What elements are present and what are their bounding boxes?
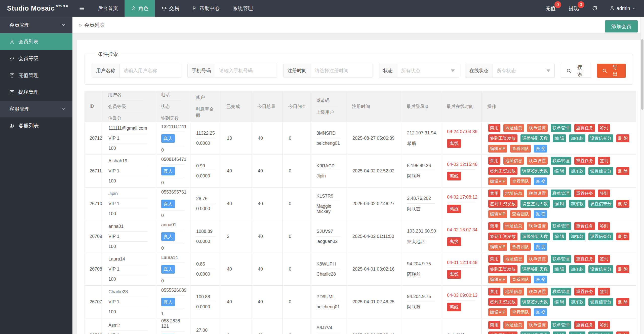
action-order-settings-button[interactable]: 联单设置 <box>527 288 548 295</box>
action-add-deduct-button[interactable]: 加扣款 <box>569 167 585 175</box>
action-order-manage-button[interactable]: 联单管理 <box>551 321 571 329</box>
sidebar-group-member-manage[interactable]: 会员管理 <box>0 17 72 33</box>
action-view-team-button[interactable]: 查看团队 <box>510 177 531 185</box>
action-sign-salary-button[interactable]: 签到工资发放 <box>488 233 517 240</box>
sidebar-toggle-button[interactable] <box>72 0 91 17</box>
action-order-settings-button[interactable]: 联单设置 <box>527 255 548 263</box>
action-edit-button[interactable]: 编 辑 <box>553 200 566 208</box>
action-account-change-button[interactable]: 账 变 <box>534 177 547 185</box>
action-address-info-button[interactable]: 地址信息 <box>503 157 524 165</box>
action-reset-task-button[interactable]: 重置任务 <box>574 255 595 263</box>
action-reset-task-button[interactable]: 重置任务 <box>574 222 595 230</box>
action-disable-button[interactable]: 禁用 <box>488 190 500 197</box>
phone-input[interactable] <box>215 64 277 78</box>
action-address-info-button[interactable]: 地址信息 <box>503 321 524 329</box>
action-adjust-sign-days-button[interactable]: 调整签到天数 <box>520 298 550 306</box>
action-order-settings-button[interactable]: 联单设置 <box>527 157 548 165</box>
action-set-credit-button[interactable]: 设置信誉分 <box>588 167 613 175</box>
action-edit-button[interactable]: 编 辑 <box>553 298 566 306</box>
action-sign-in-button[interactable]: 签到 <box>598 124 610 132</box>
action-order-manage-button[interactable]: 联单管理 <box>551 288 571 295</box>
withdraw-nav-item[interactable]: 提现 0 <box>562 0 585 17</box>
action-disable-button[interactable]: 禁用 <box>488 321 500 329</box>
action-sign-salary-button[interactable]: 签到工资发放 <box>488 265 517 273</box>
action-delete-button[interactable]: 删 除 <box>616 298 630 306</box>
nav-item-trade[interactable]: 交易 <box>155 0 186 17</box>
action-sign-salary-button[interactable]: 签到工资发放 <box>488 331 517 334</box>
action-delete-button[interactable]: 删 除 <box>616 134 630 142</box>
action-disable-button[interactable]: 禁用 <box>488 255 500 263</box>
username-input[interactable] <box>119 64 181 78</box>
action-set-credit-button[interactable]: 设置信誉分 <box>588 331 613 334</box>
action-set-credit-button[interactable]: 设置信誉分 <box>588 298 613 306</box>
action-set-credit-button[interactable]: 设置信誉分 <box>588 134 613 142</box>
nav-item-system-manage[interactable]: 系统管理 <box>226 0 259 17</box>
action-sign-in-button[interactable]: 签到 <box>598 157 610 165</box>
action-delete-button[interactable]: 删 除 <box>616 233 630 240</box>
action-order-manage-button[interactable]: 联单管理 <box>551 255 571 263</box>
action-set-credit-button[interactable]: 设置信誉分 <box>588 265 613 273</box>
status-select[interactable]: 所有状态 <box>397 64 459 78</box>
action-address-info-button[interactable]: 地址信息 <box>503 124 524 132</box>
sidebar-group-service-manage[interactable]: 客服管理 <box>0 101 72 117</box>
action-sign-in-button[interactable]: 签到 <box>598 190 610 197</box>
online-status-select[interactable]: 所有状态 <box>493 64 554 78</box>
action-disable-button[interactable]: 禁用 <box>488 124 500 132</box>
action-address-info-button[interactable]: 地址信息 <box>503 255 524 263</box>
real-person-badge[interactable]: 真人 <box>161 134 175 143</box>
action-adjust-sign-days-button[interactable]: 调整签到天数 <box>520 134 550 142</box>
action-view-team-button[interactable]: 查看团队 <box>510 276 531 283</box>
action-adjust-sign-days-button[interactable]: 调整签到天数 <box>520 265 550 273</box>
action-account-change-button[interactable]: 账 变 <box>534 243 547 251</box>
action-delete-button[interactable]: 删 除 <box>616 265 630 273</box>
action-order-settings-button[interactable]: 联单设置 <box>527 321 548 329</box>
action-view-team-button[interactable]: 查看团队 <box>510 243 531 251</box>
action-sign-in-button[interactable]: 签到 <box>598 255 610 263</box>
action-reset-task-button[interactable]: 重置任务 <box>574 124 595 132</box>
action-delete-button[interactable]: 删 除 <box>616 200 630 208</box>
action-adjust-sign-days-button[interactable]: 调整签到天数 <box>520 200 550 208</box>
sidebar-item-member-level[interactable]: 会员等级 <box>0 50 72 67</box>
add-member-button[interactable]: 添加会员 <box>605 20 638 32</box>
action-sign-in-button[interactable]: 签到 <box>598 288 610 295</box>
refresh-button[interactable] <box>585 0 604 17</box>
action-add-deduct-button[interactable]: 加扣款 <box>569 298 585 306</box>
real-person-badge[interactable]: 真人 <box>161 265 175 274</box>
real-person-badge[interactable]: 真人 <box>161 298 175 306</box>
sidebar-item-member-list[interactable]: 会员列表 <box>0 33 72 50</box>
action-disable-button[interactable]: 禁用 <box>488 288 500 295</box>
admin-user-menu[interactable]: admin <box>604 0 644 17</box>
action-order-settings-button[interactable]: 联单设置 <box>527 222 548 230</box>
scrollbar-thumb[interactable] <box>641 39 643 110</box>
action-edit-vip-button[interactable]: 编辑VIP <box>488 177 507 185</box>
action-reset-task-button[interactable]: 重置任务 <box>574 157 595 165</box>
nav-item-role[interactable]: 角色 <box>125 0 155 17</box>
action-order-settings-button[interactable]: 联单设置 <box>527 190 548 197</box>
action-add-deduct-button[interactable]: 加扣款 <box>569 331 585 334</box>
nav-item-help-center[interactable]: 帮助中心 <box>186 0 226 17</box>
action-account-change-button[interactable]: 账 变 <box>534 308 547 316</box>
action-reset-task-button[interactable]: 重置任务 <box>574 190 595 197</box>
action-edit-button[interactable]: 编 辑 <box>553 167 566 175</box>
action-add-deduct-button[interactable]: 加扣款 <box>569 200 585 208</box>
action-sign-salary-button[interactable]: 签到工资发放 <box>488 167 517 175</box>
action-account-change-button[interactable]: 账 变 <box>534 276 547 283</box>
action-edit-vip-button[interactable]: 编辑VIP <box>488 276 507 283</box>
action-sign-salary-button[interactable]: 签到工资发放 <box>488 200 517 208</box>
action-set-credit-button[interactable]: 设置信誉分 <box>588 233 613 240</box>
real-person-badge[interactable]: 真人 <box>161 232 175 241</box>
action-order-manage-button[interactable]: 联单管理 <box>551 157 571 165</box>
regtime-input[interactable] <box>311 64 373 78</box>
action-edit-button[interactable]: 编 辑 <box>553 265 566 273</box>
sidebar-item-withdraw-manage[interactable]: 提现管理 <box>0 84 72 101</box>
action-order-manage-button[interactable]: 联单管理 <box>551 124 571 132</box>
action-disable-button[interactable]: 禁用 <box>488 222 500 230</box>
real-person-badge[interactable]: 真人 <box>161 167 175 175</box>
action-edit-button[interactable]: 编 辑 <box>553 331 566 334</box>
action-edit-vip-button[interactable]: 编辑VIP <box>488 308 507 316</box>
action-address-info-button[interactable]: 地址信息 <box>503 222 524 230</box>
nav-item-dashboard[interactable]: 后台首页 <box>91 0 125 17</box>
action-add-deduct-button[interactable]: 加扣款 <box>569 265 585 273</box>
action-add-deduct-button[interactable]: 加扣款 <box>569 233 585 240</box>
recharge-nav-item[interactable]: 充值 0 <box>539 0 562 17</box>
